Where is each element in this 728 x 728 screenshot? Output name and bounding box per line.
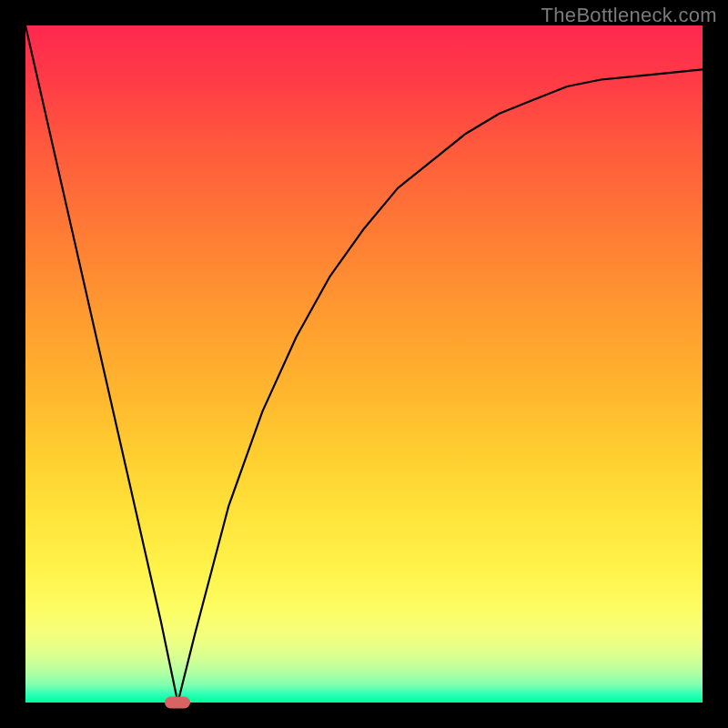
gradient-background [25,25,703,703]
plot-area [25,25,703,703]
chart-frame: TheBottleneck.com [0,0,728,728]
watermark-text: TheBottleneck.com [541,4,717,27]
minimum-marker [165,697,190,709]
